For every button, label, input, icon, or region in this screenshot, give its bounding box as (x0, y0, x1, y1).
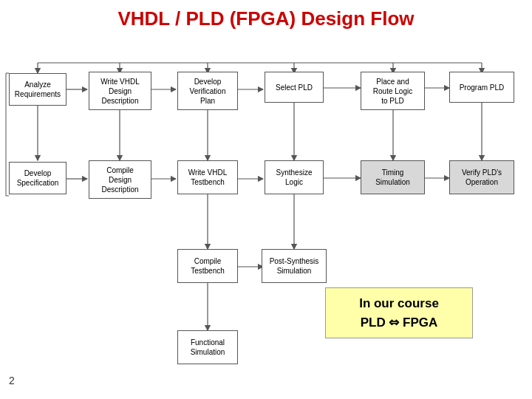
diagram-area: AnalyzeRequirements DevelopSpecification… (0, 36, 532, 391)
box-select-pld: Select PLD (265, 72, 324, 103)
page-title: VHDL / PLD (FPGA) Design Flow (0, 0, 532, 36)
box-compile-testbench: CompileTestbench (177, 249, 238, 283)
box-develop-spec: DevelopSpecification (9, 162, 66, 194)
box-write-testbench: Write VHDLTestbench (177, 160, 238, 194)
box-post-synth-sim: Post-SynthesisSimulation (262, 249, 327, 283)
info-line1: In our course (359, 296, 439, 310)
info-line2: PLD ⇔ FPGA (361, 316, 438, 330)
box-synth-logic: SynthesizeLogic (265, 160, 324, 194)
box-place-route: Place andRoute Logicto PLD (361, 72, 425, 110)
box-verify-pld: Verify PLD'sOperation (449, 160, 514, 194)
box-write-vhdl: Write VHDLDesignDescription (89, 72, 151, 110)
box-timing-sim: TimingSimulation (361, 160, 425, 194)
box-compile-design: CompileDesignDescription (89, 160, 151, 199)
box-func-sim: FunctionalSimulation (177, 330, 238, 364)
box-analyze: AnalyzeRequirements (9, 73, 66, 106)
box-develop-verif: DevelopVerificationPlan (177, 72, 238, 110)
box-program-pld: Program PLD (449, 72, 514, 103)
slide-number: 2 (9, 375, 15, 386)
info-box: In our course PLD ⇔ FPGA (325, 287, 473, 338)
